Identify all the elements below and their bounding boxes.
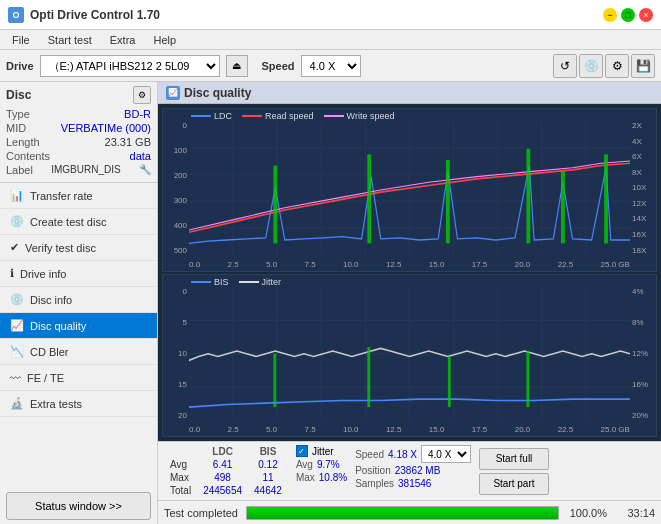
stats-table: LDC BIS Avg 6.41 0.12 Max 498 11 Total xyxy=(164,445,288,497)
contents-label: Contents xyxy=(6,150,50,162)
jitter-avg-value: 9.7% xyxy=(317,459,340,470)
chart2-x-labels: 0.02.55.07.510.012.515.017.520.022.525.0… xyxy=(189,425,630,434)
close-button[interactable]: × xyxy=(639,8,653,22)
menu-extra[interactable]: Extra xyxy=(102,32,144,48)
svg-rect-15 xyxy=(446,160,450,243)
jitter-max-value: 10.8% xyxy=(319,472,347,483)
stats-max-bis: 11 xyxy=(248,471,288,484)
legend-write-speed: Write speed xyxy=(324,111,395,121)
chart1-y-right: 18X16X14X12X10X8X6X4X2X xyxy=(630,121,656,255)
speed-info: Speed 4.18 X 4.0 X Position 23862 MB Sam… xyxy=(355,445,471,497)
chart1-svg xyxy=(189,121,630,255)
status-window-button[interactable]: Status window >> xyxy=(6,492,151,520)
fe-te-icon: 〰 xyxy=(10,372,21,384)
drive-info-icon: ℹ xyxy=(10,267,14,280)
legend-read-speed-label: Read speed xyxy=(265,111,314,121)
drive-label: Drive xyxy=(6,60,34,72)
progress-percent: 100.0% xyxy=(567,507,607,519)
nav-create-test-disc[interactable]: 💿 Create test disc xyxy=(0,209,157,235)
stats-col-empty xyxy=(164,445,197,458)
maximize-button[interactable]: □ xyxy=(621,8,635,22)
svg-rect-33 xyxy=(448,356,451,407)
save-button[interactable]: 💾 xyxy=(631,54,655,78)
legend-ldc: LDC xyxy=(191,111,232,121)
chart2-svg xyxy=(189,287,630,421)
nav-cd-bler-label: CD Bler xyxy=(30,346,69,358)
nav-fe-te-label: FE / TE xyxy=(27,372,64,384)
nav-disc-info[interactable]: 💿 Disc info xyxy=(0,287,157,313)
disc-button[interactable]: 💿 xyxy=(579,54,603,78)
disc-quality-header: 📈 Disc quality xyxy=(158,82,661,104)
type-value: BD-R xyxy=(124,108,151,120)
contents-value: data xyxy=(130,150,151,162)
jitter-checkbox[interactable]: ✓ xyxy=(296,445,308,457)
disc-info-icon: 💿 xyxy=(10,293,24,306)
legend-jitter-label: Jitter xyxy=(262,277,282,287)
nav-transfer-rate-label: Transfer rate xyxy=(30,190,93,202)
disc-settings-icon[interactable]: ⚙ xyxy=(133,86,151,104)
svg-rect-34 xyxy=(526,351,529,407)
legend-read-speed: Read speed xyxy=(242,111,314,121)
menu-help[interactable]: Help xyxy=(145,32,184,48)
legend-bis-label: BIS xyxy=(214,277,229,287)
nav-verify-test-disc-label: Verify test disc xyxy=(25,242,96,254)
status-bar: Test completed 100.0% 33:14 xyxy=(158,500,661,524)
speed-key: Speed xyxy=(355,449,384,460)
eject-button[interactable]: ⏏ xyxy=(226,55,248,77)
stats-avg-bis: 0.12 xyxy=(248,458,288,471)
svg-rect-32 xyxy=(367,347,370,407)
stats-col-bis: BIS xyxy=(248,445,288,458)
menu-starttest[interactable]: Start test xyxy=(40,32,100,48)
drive-select[interactable]: （E:) ATAPI iHBS212 2 5L09 xyxy=(40,55,220,77)
jitter-section: ✓ Jitter Avg 9.7% Max 10.8% xyxy=(296,445,347,497)
menu-file[interactable]: File xyxy=(4,32,38,48)
svg-rect-16 xyxy=(526,149,530,244)
chart2-y-right: 20%16%12%8%4% xyxy=(630,287,656,421)
samples-key: Samples xyxy=(355,478,394,489)
nav-drive-info[interactable]: ℹ Drive info xyxy=(0,261,157,287)
menu-bar: File Start test Extra Help xyxy=(0,30,661,50)
speed-select-stats[interactable]: 4.0 X xyxy=(421,445,471,463)
charts-area: LDC Read speed Write speed 5004003002001… xyxy=(158,104,661,441)
jitter-avg-label: Avg xyxy=(296,459,313,470)
legend-jitter-color xyxy=(239,281,259,283)
stats-avg-label: Avg xyxy=(164,458,197,471)
legend-write-speed-label: Write speed xyxy=(347,111,395,121)
legend-jitter: Jitter xyxy=(239,277,282,287)
mid-label: MID xyxy=(6,122,26,134)
nav-cd-bler[interactable]: 📉 CD Bler xyxy=(0,339,157,365)
nav-drive-info-label: Drive info xyxy=(20,268,66,280)
svg-rect-31 xyxy=(273,353,276,406)
settings-button[interactable]: ⚙ xyxy=(605,54,629,78)
start-full-button[interactable]: Start full xyxy=(479,448,549,470)
nav-verify-test-disc[interactable]: ✔ Verify test disc xyxy=(0,235,157,261)
nav-disc-info-label: Disc info xyxy=(30,294,72,306)
svg-rect-13 xyxy=(273,166,277,244)
nav-extra-tests[interactable]: 🔬 Extra tests xyxy=(0,391,157,417)
legend-write-speed-color xyxy=(324,115,344,117)
elapsed-time: 33:14 xyxy=(615,507,655,519)
nav-fe-te[interactable]: 〰 FE / TE xyxy=(0,365,157,391)
length-label: Length xyxy=(6,136,40,148)
disc-quality-title: Disc quality xyxy=(184,86,251,100)
samples-value: 381546 xyxy=(398,478,431,489)
svg-rect-17 xyxy=(561,171,565,243)
start-part-button[interactable]: Start part xyxy=(479,473,549,495)
sidebar-nav: 📊 Transfer rate 💿 Create test disc ✔ Ver… xyxy=(0,183,157,488)
progress-bar xyxy=(246,506,559,520)
chart-bis: BIS Jitter 20151050 20%16%12%8%4% xyxy=(162,274,657,438)
stats-total-bis: 44642 xyxy=(248,484,288,497)
nav-transfer-rate[interactable]: 📊 Transfer rate xyxy=(0,183,157,209)
chart1-x-labels: 0.02.55.07.510.012.515.017.520.022.525.0… xyxy=(189,260,630,269)
disc-quality-header-icon: 📈 xyxy=(166,86,180,100)
jitter-label: Jitter xyxy=(312,446,334,457)
speed-select[interactable]: 4.0 X xyxy=(301,55,361,77)
nav-disc-quality[interactable]: 📈 Disc quality xyxy=(0,313,157,339)
stats-max-label: Max xyxy=(164,471,197,484)
sidebar: Disc ⚙ Type BD-R MID VERBATIMe (000) Len… xyxy=(0,82,158,524)
minimize-button[interactable]: − xyxy=(603,8,617,22)
nav-create-test-disc-label: Create test disc xyxy=(30,216,106,228)
refresh-button[interactable]: ↺ xyxy=(553,54,577,78)
label-label: Label xyxy=(6,164,33,176)
content-area: 📈 Disc quality LDC Read speed xyxy=(158,82,661,524)
